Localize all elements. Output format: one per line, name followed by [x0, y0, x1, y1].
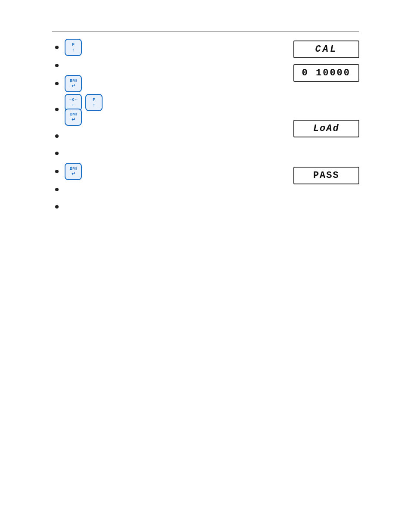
- bullet-dot: [55, 170, 59, 173]
- list-item-sub: BMI ↵: [52, 109, 103, 126]
- icon-group: F ↑: [65, 39, 82, 56]
- bmi-enter-button-icon: BMI ↵: [65, 75, 82, 92]
- bullet-dot: [55, 134, 59, 138]
- bullet-dot: [55, 152, 59, 155]
- bullet-dot: [55, 82, 59, 85]
- list-item: [52, 146, 103, 161]
- layout: F ↑ BMI ↵: [52, 39, 359, 216]
- bmi-enter-button-icon-2: BMI ↵: [65, 109, 82, 126]
- cal-display: CAL: [293, 40, 359, 58]
- bullet-dot: [55, 205, 59, 208]
- icon-group: BMI ↵: [65, 163, 82, 180]
- bullet-dot: [55, 64, 59, 67]
- value-display: 0 10000: [293, 64, 359, 82]
- bullet-dot: [55, 188, 59, 191]
- pass-display: PASS: [293, 167, 359, 184]
- bmi-enter-button-icon-3: BMI ↵: [65, 163, 82, 180]
- list-item: BMI ↵: [52, 75, 103, 92]
- list-item: [52, 128, 103, 144]
- bullet-dot: [55, 46, 59, 49]
- right-column: CAL 0 10000 LoAd PASS: [293, 39, 359, 184]
- icon-group: BMI ↵: [65, 109, 82, 126]
- list-item: F ↑: [52, 39, 103, 56]
- list-item: [52, 199, 103, 215]
- main-content: F ↑ BMI ↵: [52, 39, 359, 216]
- icon-group: BMI ↵: [65, 75, 82, 92]
- list-item: [52, 182, 103, 197]
- left-column: F ↑ BMI ↵: [52, 39, 103, 216]
- f-up-button-icon: F ↑: [65, 39, 82, 56]
- top-divider: [52, 31, 359, 31]
- list-item: BMI ↵: [52, 163, 103, 180]
- list-item: [52, 58, 103, 73]
- load-display: LoAd: [293, 120, 359, 137]
